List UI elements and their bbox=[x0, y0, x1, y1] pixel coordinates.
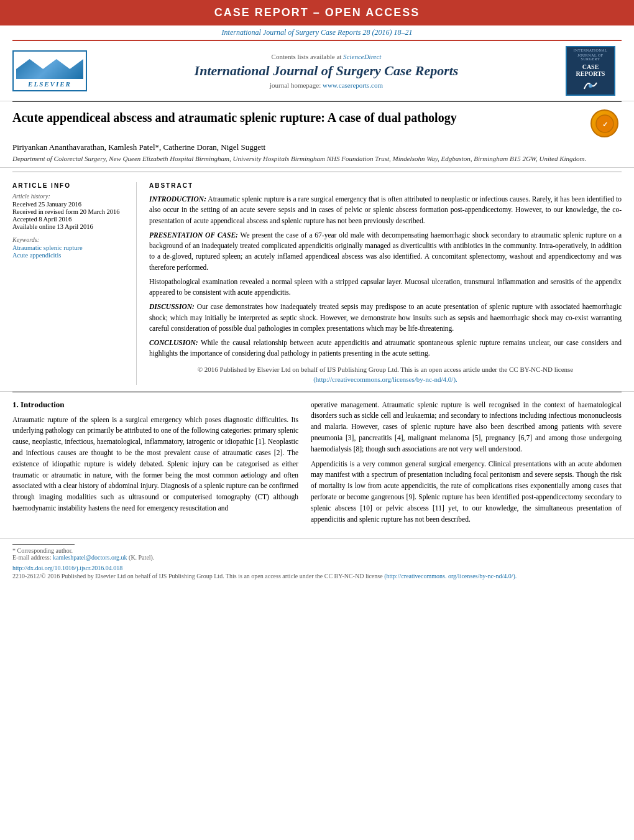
history-label: Article history: bbox=[12, 193, 129, 200]
journal-homepage: journal homepage: www.casereports.com bbox=[87, 81, 566, 89]
email-link[interactable]: kamleshpatel@doctors.org.uk bbox=[53, 554, 127, 561]
corresponding-note: * Corresponding author. bbox=[12, 547, 622, 554]
keyword-1[interactable]: Atraumatic splenic rupture bbox=[12, 244, 129, 251]
intro-para-2: operative management. Atraumatic splenic… bbox=[311, 400, 622, 455]
intro-para-1: Atraumatic rupture of the spleen is a su… bbox=[12, 415, 298, 514]
article-title: Acute appendiceal abscess and atraumatic… bbox=[12, 109, 590, 126]
conclusion-text: While the causal relationship between ac… bbox=[149, 339, 622, 357]
authors: Piriyankan Ananthavarathan, Kamlesh Pate… bbox=[12, 142, 622, 152]
copyright-text: © 2016 Published by Elsevier Ltd on beha… bbox=[198, 366, 574, 373]
abstract-title: ABSTRACT bbox=[149, 182, 622, 189]
abstract-text: INTRODUCTION: Atraumatic splenic rupture… bbox=[149, 194, 622, 385]
elsevier-text: ELSEVIER bbox=[16, 80, 83, 88]
journal-title: International Journal of Surgery Case Re… bbox=[87, 63, 566, 79]
email-note: E-mail address: kamleshpatel@doctors.org… bbox=[12, 554, 622, 561]
keyword-2[interactable]: Acute appendicitis bbox=[12, 252, 129, 259]
article-info-title: ARTICLE INFO bbox=[12, 182, 129, 189]
conclusion-label: CONCLUSION: bbox=[149, 339, 198, 346]
footer-section: * Corresponding author. E-mail address: … bbox=[0, 538, 634, 582]
svg-text:✓: ✓ bbox=[602, 121, 607, 128]
article-title-section: Acute appendiceal abscess and atraumatic… bbox=[0, 102, 634, 168]
footer-divider bbox=[12, 544, 75, 545]
intro-para-3: Appendicitis is a very common general su… bbox=[311, 459, 622, 525]
article-info-column: ARTICLE INFO Article history: Received 2… bbox=[12, 182, 137, 385]
sciencedirect-link[interactable]: ScienceDirect bbox=[343, 53, 381, 60]
abstract-intro: INTRODUCTION: Atraumatic splenic rupture… bbox=[149, 194, 622, 226]
issn-line: 2210-2612/© 2016 Published by Elsevier L… bbox=[12, 573, 383, 579]
article-body: ARTICLE INFO Article history: Received 2… bbox=[0, 176, 634, 392]
section-divider bbox=[12, 172, 622, 172]
journal-center: Contents lists available at ScienceDirec… bbox=[87, 53, 566, 89]
keywords-label: Keywords: bbox=[12, 236, 129, 243]
available-date: Available online 13 April 2016 bbox=[12, 223, 129, 230]
received-date: Received 25 January 2016 bbox=[12, 201, 129, 208]
histo-text: Histopathological examination revealed a… bbox=[149, 278, 622, 296]
crossmark-badge[interactable]: ✓ bbox=[590, 109, 622, 137]
discussion-label: DISCUSSION: bbox=[149, 303, 195, 310]
intro-body: Atraumatic rupture of the spleen is a su… bbox=[12, 415, 298, 514]
copyright-line: © 2016 Published by Elsevier Ltd on beha… bbox=[149, 364, 622, 385]
doi-anchor[interactable]: http://dx.doi.org/10.1016/j.ijscr.2016.0… bbox=[12, 565, 122, 571]
presentation-label: PRESENTATION OF CASE: bbox=[149, 231, 238, 239]
abstract-presentation: PRESENTATION OF CASE: We present the cas… bbox=[149, 230, 622, 273]
right-column: operative management. Atraumatic splenic… bbox=[311, 400, 622, 529]
right-body: operative management. Atraumatic splenic… bbox=[311, 400, 622, 525]
copyright-link[interactable]: (http://creativecommons.org/licenses/by-… bbox=[313, 376, 457, 383]
affiliation: Department of Colorectal Surgery, New Qu… bbox=[12, 155, 622, 162]
email-suffix: (K. Patel). bbox=[129, 554, 154, 561]
homepage-link[interactable]: www.casereports.com bbox=[323, 81, 383, 89]
received-revised-date: Received in revised form 20 March 2016 bbox=[12, 208, 129, 215]
journal-logo-box: INTERNATIONAL JOURNAL OF SURGERY CASE RE… bbox=[566, 46, 622, 96]
abstract-histo: Histopathological examination revealed a… bbox=[149, 277, 622, 298]
journal-citation: International Journal of Surgery Case Re… bbox=[222, 28, 413, 37]
journal-header: ELSEVIER Contents lists available at Sci… bbox=[0, 41, 634, 101]
intro-label: INTRODUCTION: bbox=[149, 195, 206, 203]
license-link-2[interactable]: org/licenses/by-nc-nd/4.0/). bbox=[448, 573, 517, 579]
crossmark-icon: ✓ bbox=[590, 109, 618, 137]
abstract-discussion: DISCUSSION: Our case demonstrates how in… bbox=[149, 302, 622, 334]
discussion-text: Our case demonstrates how inadequately t… bbox=[149, 303, 622, 332]
contents-available: Contents lists available at ScienceDirec… bbox=[87, 53, 566, 60]
accepted-date: Accepted 8 April 2016 bbox=[12, 216, 129, 223]
case-report-banner: CASE REPORT – OPEN ACCESS bbox=[0, 0, 634, 25]
email-label: E-mail address: bbox=[12, 554, 51, 561]
left-column: 1. Introduction Atraumatic rupture of th… bbox=[12, 400, 298, 529]
abstract-conclusion: CONCLUSION: While the causal relationshi… bbox=[149, 338, 622, 359]
keywords-section: Keywords: Atraumatic splenic rupture Acu… bbox=[12, 236, 129, 259]
footer-copyright: 2210-2612/© 2016 Published by Elsevier L… bbox=[12, 573, 622, 579]
elsevier-logo: ELSEVIER bbox=[12, 50, 87, 91]
article-history: Article history: Received 25 January 201… bbox=[12, 193, 129, 230]
svg-point-0 bbox=[589, 84, 592, 88]
intro-heading: 1. Introduction bbox=[12, 400, 298, 410]
journal-logo-img: INTERNATIONAL JOURNAL OF SURGERY CASE RE… bbox=[566, 46, 615, 96]
main-content: 1. Introduction Atraumatic rupture of th… bbox=[0, 392, 634, 537]
intro-text: Atraumatic splenic rupture is a rare sur… bbox=[149, 195, 622, 224]
abstract-section: ABSTRACT INTRODUCTION: Atraumatic spleni… bbox=[149, 182, 622, 385]
journal-info-bar: International Journal of Surgery Case Re… bbox=[0, 25, 634, 40]
doi-link[interactable]: http://dx.doi.org/10.1016/j.ijscr.2016.0… bbox=[12, 565, 622, 571]
license-link-1[interactable]: (http://creativecommons. bbox=[384, 573, 446, 579]
